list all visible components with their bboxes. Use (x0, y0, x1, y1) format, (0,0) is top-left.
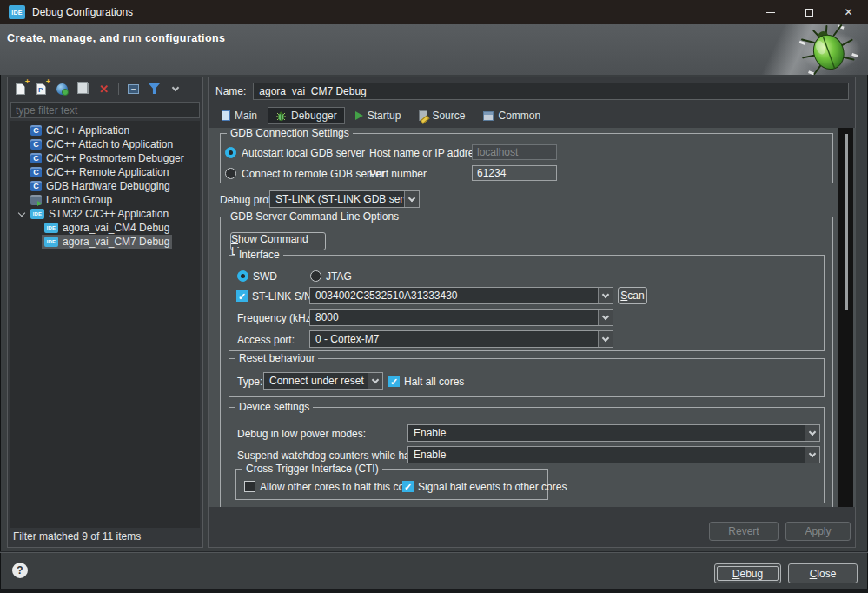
combo-dropdown-button[interactable] (598, 310, 613, 325)
c-application-icon: C (30, 167, 42, 177)
ide-icon: IDE (44, 223, 58, 233)
host-label: Host name or IP address (369, 147, 485, 159)
chevron-down-icon (408, 194, 415, 201)
new-prototype-icon[interactable]: P+ (33, 81, 50, 97)
autostart-gdb-radio[interactable] (225, 147, 236, 158)
show-command-line-button[interactable]: Show Command Line (230, 232, 326, 250)
tab-common[interactable]: Common (475, 107, 548, 124)
host-input[interactable] (472, 144, 557, 160)
plus-glyph: + (46, 78, 50, 86)
combo-dropdown-button[interactable] (598, 288, 613, 303)
tree-item-label: C/C++ Attach to Application (46, 138, 173, 150)
low-power-combo[interactable]: Enable (407, 424, 820, 442)
menu-dropdown-icon[interactable] (167, 81, 183, 97)
halt-all-cores-checkbox[interactable] (388, 376, 400, 387)
tree-item-label: C/C++ Application (46, 124, 129, 137)
group-title: GDB Server Command Line Options (227, 210, 402, 223)
frequency-combo[interactable]: 8000 (309, 309, 613, 326)
watchdog-combo[interactable]: Enable (407, 446, 820, 463)
vertical-scrollbar[interactable] (838, 128, 853, 507)
swd-radio[interactable] (237, 270, 248, 282)
tree-item-launch-group[interactable]: Launch Group (10, 193, 200, 207)
chevron-down-icon (602, 312, 609, 319)
name-input[interactable] (253, 83, 849, 100)
minimize-button[interactable] (751, 0, 790, 24)
combo-dropdown-button[interactable] (598, 331, 613, 347)
debug-probe-combo[interactable]: ST-LINK (ST-LINK GDB server) (269, 190, 420, 208)
tab-debugger[interactable]: Debugger (268, 107, 345, 124)
debugger-tab-content: GDB Connection Settings Autostart local … (209, 128, 856, 507)
stlink-sn-combo[interactable]: 0034002C3532510A31333430 (309, 287, 613, 304)
chevron-down-icon (809, 450, 816, 456)
tree-item-agora-cm7[interactable]: IDEagora_vai_CM7 Debug (10, 235, 200, 249)
orb-glyph (56, 83, 68, 95)
tab-source[interactable]: Source (411, 107, 473, 124)
tree-item-agora-cm4[interactable]: IDEagora_vai_CM4 Debug (10, 221, 200, 235)
chevron-down-icon (171, 83, 178, 90)
tab-startup[interactable]: Startup (348, 107, 409, 124)
tree-item-gdb-hardware[interactable]: CGDB Hardware Debugging (10, 179, 200, 193)
app-ide-icon: IDE (9, 5, 25, 19)
tree-item-label: agora_vai_CM7 Debug (63, 236, 169, 248)
access-port-combo[interactable]: 0 - Cortex-M7 (309, 330, 613, 348)
debug-probe-value: ST-LINK (ST-LINK GDB server) (270, 193, 404, 205)
autostart-gdb-label: Autostart local GDB server (242, 147, 365, 159)
combo-dropdown-button[interactable] (805, 425, 819, 441)
c-application-icon: C (30, 153, 42, 163)
close-dialog-button[interactable]: Close (788, 563, 858, 583)
tab-label: Debugger (291, 110, 337, 122)
tree-item-c-remote[interactable]: CC/C++ Remote Application (10, 165, 200, 179)
revert-button[interactable]: Revert (709, 522, 779, 541)
dialog-footer: ? Debug Close (0, 551, 868, 588)
titlebar: IDE Debug Configurations ✕ (0, 0, 868, 24)
allow-halt-checkbox[interactable] (244, 481, 255, 492)
reset-type-value: Connect under reset (264, 375, 368, 387)
button-label: Debug (732, 568, 763, 580)
port-input[interactable] (472, 165, 557, 181)
button-label: Revert (728, 525, 759, 537)
window-controls: ✕ (751, 0, 868, 24)
scan-button[interactable]: Scan (618, 287, 647, 304)
duplicate-icon[interactable] (75, 81, 91, 97)
export-configuration-icon[interactable] (54, 81, 70, 97)
combo-dropdown-button[interactable] (404, 191, 419, 207)
apply-button[interactable]: Apply (785, 522, 851, 541)
filter-input[interactable] (10, 102, 200, 118)
close-button[interactable]: ✕ (829, 0, 868, 24)
tree-item-stm32-application[interactable]: IDESTM32 C/C++ Application (10, 207, 200, 221)
tree-item-c-attach[interactable]: CC/C++ Attach to Application (10, 137, 200, 151)
jtag-radio[interactable] (310, 270, 321, 282)
maximize-button[interactable] (790, 0, 829, 24)
combo-dropdown-button[interactable] (805, 447, 819, 463)
tab-main[interactable]: Main (214, 107, 265, 124)
minimize-icon (766, 12, 775, 13)
tree-item-c-application[interactable]: CC/C++ Application (10, 123, 200, 137)
watchdog-label: Suspend watchdog counters while halted: (237, 450, 429, 462)
ide-icon: IDE (44, 237, 58, 247)
stlink-sn-checkbox[interactable] (236, 290, 248, 302)
p-glyph: P (38, 87, 43, 94)
tree-item-c-postmortem[interactable]: CC/C++ Postmortem Debugger (10, 151, 200, 165)
help-icon[interactable]: ? (12, 563, 28, 578)
tree-item-label: STM32 C/C++ Application (49, 208, 169, 220)
group-title: Cross Trigger Interface (CTI) (242, 463, 382, 476)
collapse-all-icon[interactable]: – (125, 81, 142, 97)
header-subtitle: Create, manage, and run configurations (7, 32, 225, 44)
reset-type-combo[interactable]: Connect under reset (263, 372, 383, 390)
new-launch-configuration-icon[interactable]: + (12, 81, 29, 97)
tree-expander[interactable] (16, 213, 28, 216)
remote-gdb-radio[interactable] (225, 168, 236, 179)
sidebar-toolbar: + P+ ✕ – (8, 77, 202, 100)
combo-dropdown-button[interactable] (368, 373, 382, 389)
source-icon (419, 110, 427, 121)
doc-glyph: P (36, 83, 46, 95)
ide-icon: IDE (30, 209, 44, 219)
filter-icon[interactable] (146, 81, 162, 97)
tree-item-label: agora_vai_CM4 Debug (63, 222, 169, 234)
debug-button[interactable]: Debug (714, 563, 781, 583)
swd-label: SWD (253, 270, 277, 283)
signal-halt-checkbox[interactable] (402, 481, 414, 492)
reset-type-label: Type: (237, 376, 262, 388)
scrollbar-thumb[interactable] (845, 134, 848, 310)
delete-icon[interactable]: ✕ (96, 81, 112, 97)
